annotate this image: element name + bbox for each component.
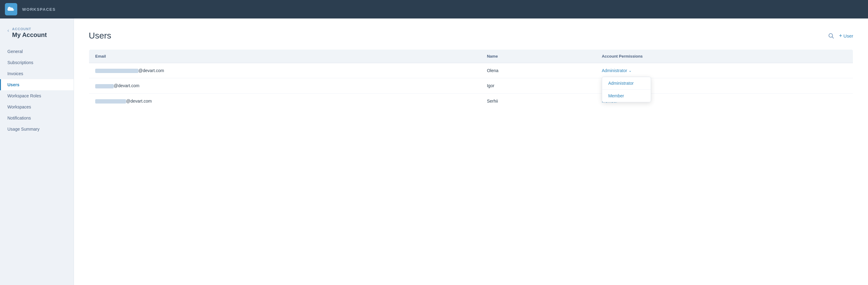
email-suffix-3: @devart.com <box>126 99 152 103</box>
sidebar-account-info: ACCOUNT My Account <box>12 27 47 38</box>
content-area: Users + User Email Name A <box>74 19 868 285</box>
permission-dropdown-1: Administrator ⌄ Administrator Member <box>602 68 632 73</box>
chevron-down-icon: ⌄ <box>628 68 632 73</box>
table-body: @devart.com Olena Administrator ⌄ Admini… <box>89 63 853 109</box>
permission-button-1[interactable]: Administrator ⌄ <box>602 68 632 73</box>
content-header: Users + User <box>89 31 853 41</box>
sidebar-item-workspaces[interactable]: Workspaces <box>0 101 74 113</box>
table-header: Email Name Account Permissions <box>89 50 853 63</box>
add-user-label: User <box>843 33 853 38</box>
users-table: Email Name Account Permissions @devart.c… <box>89 49 853 109</box>
table-row: @devart.com Serhii Member ⌄ <box>89 93 853 108</box>
sidebar-item-invoices[interactable]: Invoices <box>0 68 74 79</box>
sidebar-account-label: ACCOUNT <box>12 27 47 31</box>
sidebar-nav: General Subscriptions Invoices Users Wor… <box>0 46 74 135</box>
cell-permission-1: Administrator ⌄ Administrator Member <box>596 63 853 78</box>
app-logo[interactable] <box>5 3 17 15</box>
back-icon[interactable]: ‹ <box>7 28 9 33</box>
cell-email-1: @devart.com <box>89 63 481 78</box>
sidebar-item-notifications[interactable]: Notifications <box>0 113 74 124</box>
email-blur-1 <box>95 69 138 73</box>
navbar-title: WORKSPACES <box>22 7 56 12</box>
sidebar-item-usage-summary[interactable]: Usage Summary <box>0 124 74 135</box>
sidebar-account-section: ‹ ACCOUNT My Account <box>0 27 74 46</box>
sidebar-item-workspace-roles[interactable]: Workspace Roles <box>0 90 74 101</box>
cell-email-3: @devart.com <box>89 93 481 108</box>
navbar: WORKSPACES <box>0 0 868 19</box>
plus-icon: + <box>839 33 842 39</box>
cell-name-3: Serhii <box>481 93 596 108</box>
table-row: @devart.com Olena Administrator ⌄ Admini… <box>89 63 853 78</box>
cell-name-1: Olena <box>481 63 596 78</box>
permission-value-1: Administrator <box>602 68 627 73</box>
search-button[interactable] <box>828 33 834 39</box>
sidebar-item-users[interactable]: Users <box>0 79 74 90</box>
email-blur-3 <box>95 99 126 103</box>
search-icon <box>828 33 834 39</box>
svg-line-1 <box>832 37 834 38</box>
table-row: @devart.com Igor Administrator ⌄ <box>89 78 853 93</box>
email-suffix-1: @devart.com <box>138 68 164 73</box>
permission-dropdown-menu-1: Administrator Member <box>602 77 651 102</box>
content-actions: + User <box>828 33 853 39</box>
email-suffix-2: @devart.com <box>114 83 139 88</box>
col-name: Name <box>481 50 596 63</box>
dropdown-option-administrator[interactable]: Administrator <box>602 77 651 89</box>
sidebar-item-subscriptions[interactable]: Subscriptions <box>0 57 74 68</box>
cell-name-2: Igor <box>481 78 596 93</box>
cell-email-2: @devart.com <box>89 78 481 93</box>
sidebar-item-general[interactable]: General <box>0 46 74 57</box>
sidebar-account-name: My Account <box>12 31 47 38</box>
dropdown-option-member[interactable]: Member <box>602 89 651 102</box>
col-permissions: Account Permissions <box>596 50 853 63</box>
col-email: Email <box>89 50 481 63</box>
add-user-button[interactable]: + User <box>839 33 853 39</box>
main-layout: ‹ ACCOUNT My Account General Subscriptio… <box>0 19 868 285</box>
page-title: Users <box>89 31 111 41</box>
table-header-row: Email Name Account Permissions <box>89 50 853 63</box>
email-blur-2 <box>95 84 114 88</box>
sidebar: ‹ ACCOUNT My Account General Subscriptio… <box>0 19 74 285</box>
